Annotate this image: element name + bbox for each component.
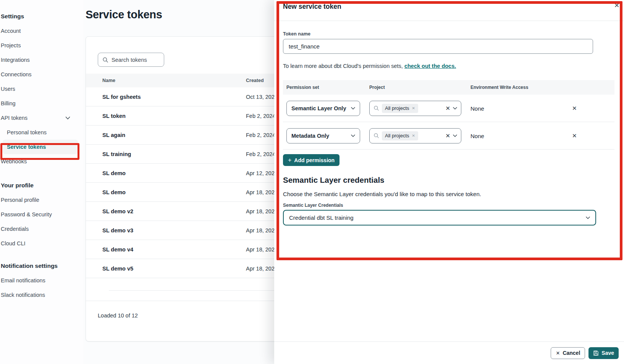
save-icon [593,350,599,356]
sidebar-item-billing[interactable]: Billing [1,96,78,111]
remove-permission-icon[interactable]: ✕ [572,105,577,112]
chip-remove-icon[interactable]: ✕ [412,134,415,138]
column-header-created: Created [246,78,264,83]
token-name: SL demo v3 [102,227,246,234]
semantic-layer-credentials-select[interactable]: Credential dbt SL training [283,210,596,225]
search-tokens-input[interactable] [112,57,158,63]
token-name: SL demo v5 [102,266,246,272]
sidebar-item-slack-notifications[interactable]: Slack notifications [1,288,78,302]
permission-set-value: Metadata Only [291,133,329,139]
project-chip: All projects ✕ [382,131,418,140]
permission-row: Metadata Only All projects ✕ ✕ None [283,122,614,150]
save-label: Save [601,350,614,356]
token-name: SL demo [102,189,246,195]
token-name: SL for gsheets [102,94,246,100]
token-name: SL demo [102,170,246,176]
project-chip: All projects ✕ [382,104,418,113]
column-header-environment-write-access: Environment Write Access [470,85,528,90]
project-combobox[interactable]: All projects ✕ ✕ [369,101,461,116]
add-permission-label: Add permission [294,157,335,163]
cancel-label: Cancel [563,350,580,356]
sidebar-item-label: API tokens [1,115,27,121]
docs-link[interactable]: check out the docs. [404,63,456,69]
chevron-down-icon [453,107,457,110]
search-tokens-box [98,53,164,67]
semantic-layer-credentials-value: Credential dbt SL training [289,214,354,221]
sidebar-item-personal-tokens[interactable]: Personal tokens [1,125,78,140]
close-icon[interactable]: ✕ [614,2,619,10]
semantic-layer-credentials-description: Choose the Semantic Layer credentials yo… [283,191,481,197]
token-name-label: Token name [283,31,310,37]
environment-write-access-value: None [470,132,484,139]
permission-row: Semantic Layer Only All projects ✕ ✕ Non [283,95,614,122]
environment-write-access-value: None [470,105,484,111]
add-permission-button[interactable]: + Add permission [283,154,339,166]
token-name: SL again [102,132,246,138]
chevron-down-icon [65,116,70,120]
semantic-layer-credentials-heading: Semantic Layer credentials [283,176,385,185]
sidebar-item-api-tokens[interactable]: API tokens [1,111,78,125]
search-icon [373,133,379,139]
project-combobox[interactable]: All projects ✕ ✕ [369,128,461,143]
column-header-project: Project [369,85,385,90]
plus-icon: + [288,157,291,163]
drawer-footer: ✕ Cancel Save [274,341,624,364]
token-name: SL demo v2 [102,208,246,214]
clear-selection-icon[interactable]: ✕ [445,132,450,139]
sidebar-item-webhooks[interactable]: Webhooks [1,154,78,169]
permission-set-select[interactable]: Metadata Only [286,128,360,143]
chevron-down-icon [453,134,457,137]
search-icon [373,105,379,111]
column-header-name: Name [102,78,246,83]
column-header-permission-set: Permission set [286,85,319,90]
permissions-header: Permission set Project Environment Write… [283,80,614,95]
drawer-title: New service token [283,3,341,11]
chip-remove-icon[interactable]: ✕ [412,106,415,110]
project-chip-label: All projects [385,133,409,139]
remove-permission-icon[interactable]: ✕ [572,132,577,139]
sidebar-item-credentials[interactable]: Credentials [1,222,78,236]
sidebar-item-personal-profile[interactable]: Personal profile [1,193,78,207]
chevron-down-icon [351,134,355,137]
docs-hint-text: To learn more about dbt Cloud's permissi… [283,63,404,69]
cancel-button[interactable]: ✕ Cancel [551,347,585,359]
sidebar-item-projects[interactable]: Projects [1,38,78,53]
sidebar-heading-notification-settings: Notification settings [1,259,78,273]
close-icon: ✕ [556,350,560,356]
sidebar-item-account[interactable]: Account [1,24,78,38]
token-name: SL training [102,151,246,157]
project-chip-label: All projects [385,105,409,111]
clear-selection-icon[interactable]: ✕ [445,105,450,112]
sidebar-item-integrations[interactable]: Integrations [1,53,78,67]
settings-sidebar: Settings Account Projects Integrations C… [0,0,83,364]
sidebar-heading-settings: Settings [1,9,78,24]
permission-set-value: Semantic Layer Only [291,105,346,111]
sidebar-item-cloud-cli[interactable]: Cloud CLI [1,236,78,251]
permission-set-select[interactable]: Semantic Layer Only [286,101,360,116]
token-name-input[interactable] [283,39,593,54]
docs-hint: To learn more about dbt Cloud's permissi… [283,63,456,69]
sidebar-item-connections[interactable]: Connections [1,67,78,82]
chevron-down-icon [351,107,355,110]
sidebar-item-users[interactable]: Users [1,82,78,96]
sidebar-item-password-security[interactable]: Password & Security [1,207,78,222]
permissions-table: Permission set Project Environment Write… [283,80,614,150]
drawer-divider [274,21,624,21]
search-icon [102,57,108,63]
token-name: SL demo v4 [102,246,246,253]
chevron-down-icon [586,216,590,219]
sidebar-item-email-notifications[interactable]: Email notifications [1,273,78,288]
sidebar-item-service-tokens[interactable]: Service tokens [3,140,78,154]
token-name: SL token [102,113,246,119]
sidebar-heading-your-profile: Your profile [1,178,78,193]
save-button[interactable]: Save [588,347,619,359]
page-title: Service tokens [86,8,162,21]
semantic-layer-credentials-label: Semantic Layer Credentials [283,203,343,208]
new-service-token-drawer: New service token ✕ Token name To learn … [274,0,624,364]
